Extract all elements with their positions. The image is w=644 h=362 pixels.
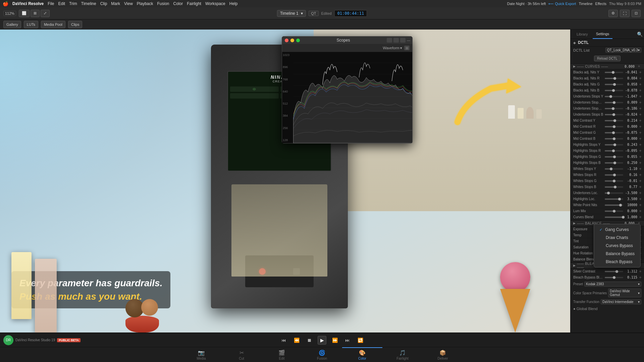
param-slider[interactable] [605, 271, 623, 272]
scope-layout-1[interactable] [387, 38, 392, 43]
timecode-display[interactable]: 01:00:44:11 [334, 10, 367, 17]
param-slider[interactable] [605, 210, 623, 212]
param-slider[interactable] [605, 168, 623, 170]
menu-playback[interactable]: Playback [137, 1, 153, 6]
loop-btn[interactable]: 🔁 [356, 336, 365, 345]
full-screen-btn[interactable]: ⛶ [620, 10, 630, 17]
param-add-btn[interactable]: + [638, 142, 643, 147]
param-add-btn[interactable]: + [638, 167, 643, 171]
param-slider[interactable] [605, 198, 623, 200]
param-add-btn[interactable]: + [638, 203, 643, 207]
color-space-selector[interactable]: DaVinci Wide Gamut ▾ [608, 289, 641, 297]
nav-edit[interactable]: 🎬 Edit [262, 347, 302, 362]
menu-workspace[interactable]: Workspace [205, 1, 225, 6]
go-to-end-btn[interactable]: ⏭ [343, 336, 352, 345]
quick-export-btn[interactable]: ⟵ Quick Export [548, 2, 576, 6]
step-forward-btn[interactable]: ⏩ [330, 336, 339, 345]
search-icon[interactable]: 🔍 [637, 32, 643, 37]
transfer-fn-selector[interactable]: DaVinci Intermediate ▾ [601, 299, 641, 304]
param-slider[interactable] [605, 78, 623, 79]
zoom-level[interactable]: 112% [3, 11, 16, 16]
param-slider[interactable] [605, 144, 623, 145]
param-slider[interactable] [605, 96, 623, 97]
menu-bleach-bypass[interactable]: Bleach Bypass [594, 258, 640, 266]
gallery-btn[interactable]: Gallery [3, 21, 21, 28]
param-add-btn[interactable]: + [638, 179, 643, 183]
menu-fusion[interactable]: Fusion [157, 1, 169, 6]
nav-media[interactable]: 📷 Media [181, 347, 221, 362]
scope-layout-2[interactable] [393, 38, 399, 43]
menu-clip[interactable]: Clip [100, 1, 107, 6]
preset-selector[interactable]: Kodak 2383 ▾ [584, 282, 641, 287]
menu-timeline[interactable]: Timeline [81, 1, 96, 6]
param-slider[interactable] [605, 186, 623, 188]
param-add-btn[interactable]: + [638, 155, 643, 159]
crop-btn[interactable]: ⊞ [31, 10, 40, 17]
section-expand[interactable]: ▶ [573, 222, 576, 225]
media-pool-btn[interactable]: Media Pool [41, 21, 65, 28]
timeline-btn-menu[interactable]: Timeline [579, 2, 592, 6]
maximize-btn[interactable] [296, 39, 300, 42]
param-slider[interactable] [605, 102, 623, 103]
param-add-btn[interactable]: + [638, 76, 643, 81]
param-slider[interactable] [605, 84, 623, 85]
menu-view[interactable]: View [124, 1, 133, 6]
param-slider[interactable] [605, 277, 623, 278]
go-to-start-btn[interactable]: ⏮ [279, 336, 288, 345]
minimize-btn[interactable] [290, 39, 294, 42]
param-slider[interactable] [605, 192, 623, 194]
param-slider[interactable] [605, 150, 623, 152]
dctl-list-value-container[interactable]: QT_Look_DNA_v0.3 ▾ [605, 48, 641, 53]
nav-fairlight[interactable]: 🎵 Fairlight [382, 347, 423, 362]
step-back-btn[interactable]: ⏪ [292, 336, 301, 345]
param-slider[interactable] [605, 114, 623, 115]
param-add-btn[interactable]: + [638, 215, 643, 220]
param-slider[interactable] [605, 156, 623, 158]
settings-btn[interactable]: ⚙ [608, 10, 618, 17]
menu-color[interactable]: Color [173, 1, 183, 6]
nav-fusion[interactable]: 🌀 Fusion [302, 347, 342, 362]
expand-btn[interactable]: ⊡ [632, 10, 641, 17]
nav-cut[interactable]: ✂ Cut [221, 347, 262, 362]
scope-options-btn[interactable]: ⊞ [404, 46, 410, 50]
nav-deliver[interactable]: 📦 Deliver [423, 347, 463, 362]
dynamic-zoom-btn[interactable]: ⤢ [41, 10, 50, 17]
param-add-btn[interactable]: + [638, 191, 643, 195]
library-tab[interactable]: Library [573, 29, 591, 39]
apple-menu[interactable]: 🍎 [3, 1, 8, 6]
param-add-btn[interactable]: + [638, 82, 643, 87]
menu-fairlight[interactable]: Fairlight [187, 1, 201, 6]
param-slider[interactable] [605, 180, 623, 182]
close-btn[interactable] [285, 39, 288, 42]
param-slider[interactable] [605, 72, 623, 73]
nav-color[interactable]: 🎨 Color [342, 347, 382, 362]
param-add-btn[interactable]: + [638, 112, 643, 117]
global-blend-row[interactable]: ● Global Blend [571, 305, 644, 312]
scope-settings[interactable]: — [407, 38, 410, 43]
effects-btn-menu[interactable]: Effects [595, 2, 606, 6]
param-add-btn[interactable]: + [638, 124, 643, 129]
waveform-type-selector[interactable]: Waveform ▾ [383, 46, 402, 50]
param-slider[interactable] [605, 90, 623, 91]
scope-layout-3[interactable] [400, 38, 406, 43]
param-add-btn[interactable]: + [638, 136, 643, 141]
stop-btn[interactable]: ⏹ [305, 336, 314, 345]
menu-curves-bypass[interactable]: Curves Bypass [594, 242, 640, 250]
menu-trim[interactable]: Trim [69, 1, 77, 6]
section-expand-icon[interactable]: ▶ [573, 65, 576, 68]
menu-edit[interactable]: Edit [58, 1, 65, 6]
param-add-btn[interactable]: + [638, 275, 643, 280]
param-add-btn[interactable]: + [638, 70, 643, 75]
param-slider[interactable] [605, 132, 623, 133]
section-expand[interactable]: ▶ [573, 264, 576, 267]
menu-file[interactable]: File [48, 1, 54, 6]
luts-btn[interactable]: LUTs [24, 21, 38, 28]
param-add-btn[interactable]: + [638, 118, 643, 123]
param-slider[interactable] [605, 204, 623, 206]
param-add-btn[interactable]: + [638, 197, 643, 201]
menu-balance-bypass[interactable]: Balance Bypass [594, 250, 640, 258]
param-slider[interactable] [605, 217, 623, 218]
param-add-btn[interactable]: + [638, 185, 643, 189]
menu-gang-curves[interactable]: Gang Curves [594, 226, 640, 234]
timeline-selector[interactable]: Timeline 1 ▾ [277, 10, 306, 17]
